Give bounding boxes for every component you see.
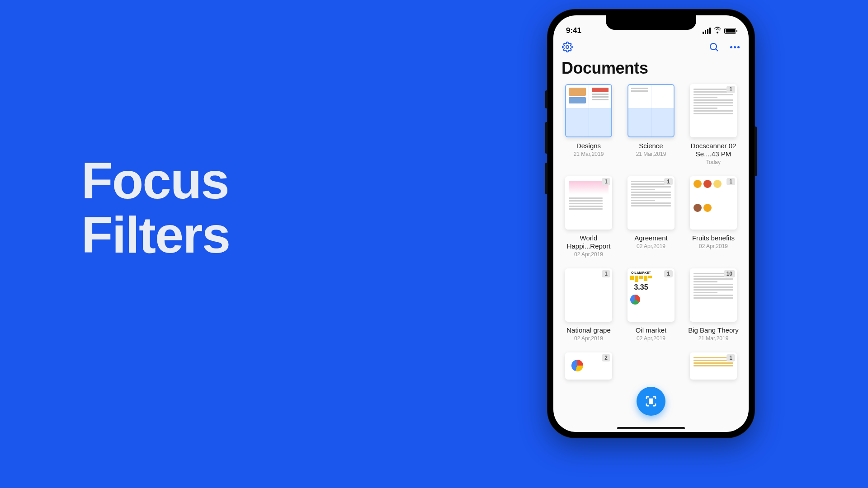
document-date: 02 Apr,2019 [699,243,728,249]
document-date: 02 Apr,2019 [574,335,603,342]
document-title: Oil market [636,326,666,334]
page-count-badge: 1 [602,270,610,277]
document-item-cutoff[interactable]: 2 [560,352,618,380]
documents-grid: Designs21 Mar,2019Science21 Mar,20191Doc… [553,84,749,342]
navbar [553,38,749,56]
page-title: Documents [553,56,749,84]
phone-screen: 9:41 Documents Designs21 Mar [553,15,749,432]
page-count-badge: 1 [664,178,673,185]
phone-volume-up [545,122,547,154]
document-thumbnail[interactable]: 1OIL MARKET3.35 [627,268,675,322]
document-thumbnail[interactable]: 2 [565,352,612,380]
document-thumbnail[interactable]: 1 [690,352,737,380]
document-item[interactable]: 1OIL MARKET3.35Oil market02 Apr,2019 [622,268,680,342]
document-title: World Happi...Report [563,234,615,250]
phone-volume-down [545,163,547,194]
document-title: Designs [576,142,601,150]
gear-icon [562,42,573,52]
search-icon [708,42,719,52]
document-item[interactable]: 1Docscanner 02 Se....43 PMToday [684,84,742,165]
document-thumbnail[interactable]: 1 [565,176,612,230]
document-item[interactable]: 1World Happi...Report02 Apr,2019 [560,176,618,258]
page-count-badge: 10 [724,270,735,277]
slide-headline: Focus Filters [81,154,230,262]
cellular-signal-icon [703,28,711,34]
document-item[interactable]: 1Fruits benefits02 Apr,2019 [684,176,742,258]
more-button[interactable] [729,41,741,53]
document-title: Agreement [634,234,667,242]
document-item-cutoff[interactable]: 1 [684,352,742,380]
document-date: 02 Apr,2019 [637,243,665,249]
document-thumbnail[interactable]: 1 [690,84,737,137]
document-date: 02 Apr,2019 [574,251,603,258]
document-item[interactable]: 1National grape02 Apr,2019 [560,268,618,342]
document-date: 21 Mar,2019 [636,151,666,157]
phone-frame: 9:41 Documents Designs21 Mar [547,9,755,438]
document-date: 21 Mar,2019 [574,151,604,157]
document-thumbnail[interactable]: 1 [565,268,612,322]
document-title: National grape [566,326,611,334]
document-thumbnail[interactable] [565,84,612,137]
page-count-badge: 1 [664,270,673,277]
status-bar: 9:41 [553,15,749,38]
scan-icon [644,394,658,408]
document-thumbnail[interactable]: 1 [690,176,737,230]
phone-mute-switch [545,90,547,108]
page-count-badge: 1 [726,178,735,185]
document-title: Big Bang Theory [688,326,738,334]
status-right [703,28,736,34]
document-item[interactable]: Science21 Mar,2019 [622,84,680,165]
headline-line-1: Focus [81,154,230,208]
page-count-badge: 2 [602,354,610,361]
documents-grid-cutoff: 211 [553,352,749,380]
document-item[interactable]: 10Big Bang Theory21 Mar,2019 [684,268,742,342]
wifi-icon [713,28,722,34]
document-date: 02 Apr,2019 [637,335,665,342]
headline-line-2: Filters [81,208,230,262]
status-time: 9:41 [566,26,581,35]
svg-rect-2 [649,399,653,404]
document-date: Today [706,159,721,165]
svg-point-1 [710,43,717,50]
scan-fab-button[interactable] [637,387,665,416]
document-item[interactable]: Designs21 Mar,2019 [560,84,618,165]
home-indicator[interactable] [617,427,685,429]
page-count-badge: 1 [726,354,735,361]
document-thumbnail[interactable]: 10 [690,268,737,322]
more-icon [730,46,740,48]
document-title: Docscanner 02 Se....43 PM [688,142,740,158]
document-title: Science [639,142,663,150]
document-thumbnail[interactable]: 1 [627,176,675,230]
battery-icon [724,28,736,34]
svg-point-0 [566,46,569,48]
document-thumbnail[interactable] [627,84,675,137]
page-count-badge: 1 [602,178,610,185]
settings-button[interactable] [561,41,573,53]
document-title: Fruits benefits [692,234,735,242]
search-button[interactable] [708,41,720,53]
document-item[interactable]: 1Agreement02 Apr,2019 [622,176,680,258]
page-count-badge: 1 [726,86,735,93]
phone-power-button [755,127,757,176]
document-date: 21 Mar,2019 [698,335,729,342]
